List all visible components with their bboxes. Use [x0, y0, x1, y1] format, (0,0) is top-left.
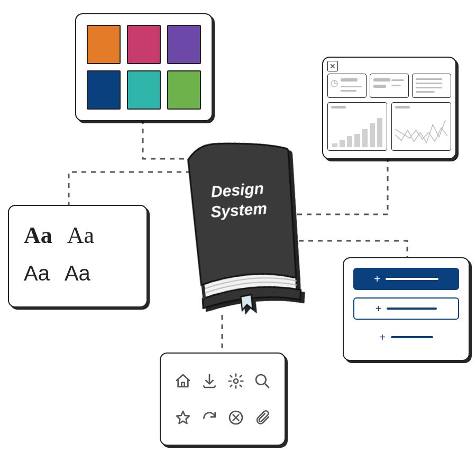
type-sample-serif-regular: Aa — [67, 222, 94, 249]
cancel-icon — [227, 409, 244, 426]
book-title-line1: Design — [210, 179, 264, 201]
window-close-icon: ✕ — [327, 61, 338, 71]
line-chart-panel — [391, 102, 451, 151]
stat-tile-bars — [370, 74, 409, 98]
palette-card — [75, 13, 213, 121]
download-icon — [201, 373, 218, 390]
swatch-green — [167, 70, 201, 110]
stat-tile-lines — [412, 74, 451, 98]
dashboard-card: ✕ — [322, 57, 456, 159]
swatch-magenta — [127, 25, 161, 64]
button-tertiary[interactable]: + — [353, 327, 459, 347]
type-sample-sans-regular: Aa — [24, 261, 50, 285]
book-title-line2: System — [210, 199, 268, 220]
typography-card: Aa Aa Aa Aa — [8, 205, 148, 308]
swatch-purple — [167, 25, 201, 64]
swatch-navy — [87, 70, 121, 110]
button-primary[interactable]: + — [353, 268, 459, 290]
gear-icon — [227, 373, 244, 390]
swatch-orange — [87, 25, 121, 64]
redo-icon — [201, 409, 218, 426]
bar-chart-panel — [327, 102, 387, 151]
plus-icon: + — [376, 303, 382, 314]
search-icon — [254, 373, 271, 390]
button-secondary[interactable]: + — [353, 297, 459, 320]
swatch-teal — [127, 70, 161, 110]
svg-point-1 — [234, 379, 238, 383]
icons-card — [160, 352, 286, 446]
stat-tile-pie — [327, 74, 367, 98]
design-system-book: Design System — [173, 132, 307, 317]
paperclip-icon — [254, 409, 271, 426]
plus-icon: + — [379, 332, 386, 342]
star-icon — [175, 409, 191, 426]
buttons-card: + + + — [343, 257, 470, 361]
type-sample-sans-light: Aa — [65, 261, 90, 285]
type-sample-serif-bold: Aa — [24, 222, 52, 249]
plus-icon: + — [374, 274, 380, 284]
home-icon — [175, 373, 191, 390]
